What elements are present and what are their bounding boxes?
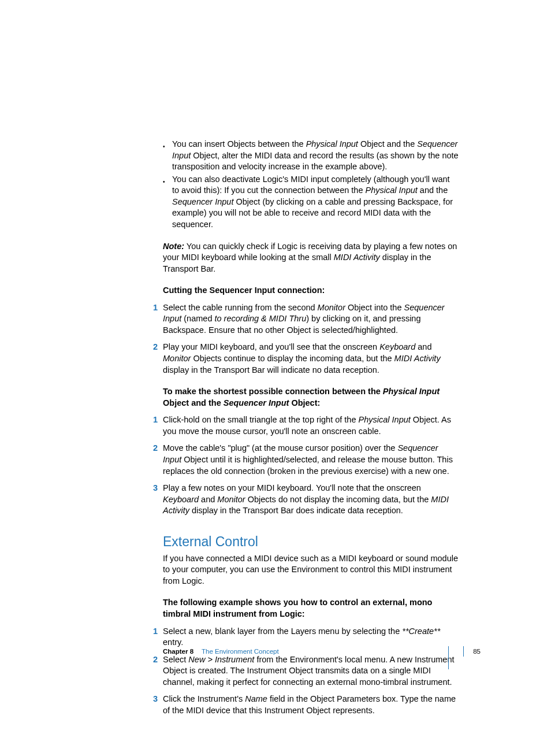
numbered-list: 1 Select the cable running from the seco… — [163, 302, 459, 376]
bullet-text: You can insert Objects between the Physi… — [172, 139, 459, 173]
procedure-title: The following example shows you how to c… — [163, 597, 459, 620]
bullet-marker — [163, 174, 172, 231]
procedure-block: Cutting the Sequencer Input connection: … — [163, 285, 459, 376]
page-footer: Chapter 8 The Environment Concept 85 — [163, 646, 481, 657]
step: 3 Play a few notes on your MIDI keyboard… — [163, 483, 459, 517]
procedure-block: To make the shortest possible connection… — [163, 386, 459, 517]
numbered-list: 1 Click-hold on the small triangle at th… — [163, 414, 459, 517]
bullet-list: You can insert Objects between the Physi… — [163, 139, 459, 231]
page-content: You can insert Objects between the Physi… — [0, 0, 551, 756]
procedure-block: The following example shows you how to c… — [163, 597, 459, 716]
step: 2 Move the cable's "plug" (at the mouse … — [163, 443, 459, 477]
step-text: Play a few notes on your MIDI keyboard. … — [163, 483, 459, 517]
procedure-title: To make the shortest possible connection… — [163, 386, 459, 409]
footer-title: The Environment Concept — [202, 648, 279, 655]
footer-accent-line — [448, 646, 449, 669]
footer-page-number: 85 — [463, 646, 481, 657]
step-text: Select a new, blank layer from the Layer… — [163, 626, 459, 648]
step-number: 3 — [153, 483, 163, 517]
step-text: Select the cable running from the second… — [163, 302, 459, 336]
step-number: 3 — [153, 694, 163, 716]
step: 1 Select a new, blank layer from the Lay… — [163, 626, 459, 648]
step-text: Click-hold on the small triangle at the … — [163, 414, 459, 437]
step-number: 1 — [153, 626, 163, 648]
step-number: 2 — [153, 443, 163, 477]
step-text: Click the Instrument's Name field in the… — [163, 694, 459, 716]
step: 1 Select the cable running from the seco… — [163, 302, 459, 336]
bullet-item: You can also deactivate Logic's MIDI inp… — [163, 174, 459, 231]
numbered-list: 1 Select a new, blank layer from the Lay… — [163, 626, 459, 717]
bullet-item: You can insert Objects between the Physi… — [163, 139, 459, 173]
section-intro: If you have connected a MIDI device such… — [163, 553, 459, 587]
bullet-marker — [163, 139, 172, 173]
note-paragraph: Note: You can quickly check if Logic is … — [163, 241, 459, 275]
step-number: 1 — [153, 414, 163, 437]
bullet-text: You can also deactivate Logic's MIDI inp… — [172, 174, 459, 231]
step: 3 Click the Instrument's Name field in t… — [163, 694, 459, 716]
step-number: 1 — [153, 302, 163, 336]
section-heading: External Control — [163, 534, 459, 550]
step: 2 Select New > Instrument from the Envir… — [163, 654, 459, 688]
note-prefix: Note: — [163, 242, 184, 251]
step-number: 2 — [153, 342, 163, 376]
footer-chapter: Chapter 8 — [163, 648, 193, 655]
step: 2 Play your MIDI keyboard, and you'll se… — [163, 342, 459, 376]
note-text: You can quickly check if Logic is receiv… — [163, 242, 457, 273]
procedure-title: Cutting the Sequencer Input connection: — [163, 285, 459, 297]
step-text: Select New > Instrument from the Environ… — [163, 654, 459, 688]
step-number: 2 — [153, 654, 163, 688]
step-text: Move the cable's "plug" (at the mouse cu… — [163, 443, 459, 477]
step-text: Play your MIDI keyboard, and you'll see … — [163, 342, 459, 376]
step: 1 Click-hold on the small triangle at th… — [163, 414, 459, 437]
